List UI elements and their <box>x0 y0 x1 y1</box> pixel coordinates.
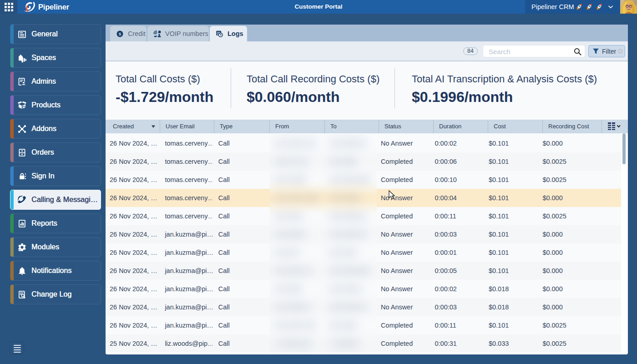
svg-text:$: $ <box>119 31 121 36</box>
